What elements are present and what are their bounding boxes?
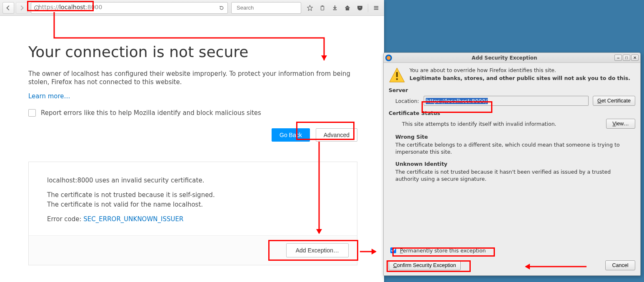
browser-toolbar: https://localhost:8000 — [0, 0, 384, 16]
search-input[interactable] — [236, 4, 307, 11]
window-maximize-button[interactable]: □ — [623, 55, 630, 61]
advanced-panel: localhost:8000 uses an invalid security … — [28, 162, 357, 265]
location-value: https://localhost:8000/ — [426, 98, 488, 104]
wrong-site-heading: Wrong Site — [395, 134, 635, 140]
error-code-link[interactable]: SEC_ERROR_UNKNOWN_ISSUER — [83, 215, 183, 223]
get-certificate-button[interactable]: Get Certificate — [593, 96, 635, 106]
downloads-icon[interactable] — [329, 2, 340, 14]
report-checkbox[interactable] — [28, 109, 36, 117]
back-arrow-icon — [5, 5, 11, 11]
forward-button[interactable] — [16, 2, 27, 14]
clipboard-icon[interactable] — [317, 2, 328, 14]
cert-status-heading: Certificate Status — [389, 110, 635, 116]
adv-line-cert: localhost:8000 uses an invalid security … — [47, 176, 339, 185]
learn-more-link[interactable]: Learn more… — [28, 92, 70, 100]
url-input[interactable] — [41, 4, 216, 12]
page-content: Your connection is not secure The owner … — [2, 16, 382, 282]
bookmark-star-icon[interactable] — [305, 2, 315, 14]
svg-rect-6 — [322, 5, 323, 7]
security-exception-dialog: Add Security Exception ‒ □ ✕ You are abo… — [383, 52, 641, 276]
error-code-label: Error code: — [47, 215, 83, 223]
firefox-icon — [385, 55, 392, 61]
window-close-button[interactable]: ✕ — [631, 55, 639, 61]
dialog-bold-warning: Legitimate banks, stores, and other publ… — [409, 75, 630, 81]
warning-triangle-icon — [389, 67, 405, 83]
cancel-button[interactable]: Cancel — [605, 260, 635, 270]
back-button[interactable] — [2, 2, 14, 14]
toolbar-separator — [368, 4, 368, 12]
location-input[interactable]: https://localhost:8000/ — [424, 96, 589, 106]
wrong-site-text: The certificate belongs to a different s… — [395, 142, 635, 156]
url-bar[interactable] — [31, 2, 228, 14]
add-exception-button[interactable]: Add Exception… — [286, 243, 349, 257]
reload-button[interactable] — [217, 3, 227, 13]
firefox-window: https://localhost:8000 Your connection i… — [0, 0, 384, 282]
dialog-titlebar[interactable]: Add Security Exception ‒ □ ✕ — [384, 53, 640, 63]
location-label: Location: — [395, 98, 419, 104]
forward-arrow-icon — [19, 5, 25, 11]
advanced-button[interactable]: Advanced — [316, 128, 357, 142]
dialog-title: Add Security Exception — [394, 55, 614, 61]
go-back-button[interactable]: Go Back — [272, 128, 310, 142]
svg-rect-11 — [396, 72, 398, 77]
get-cert-rest: et Certificate — [602, 98, 631, 104]
svg-rect-5 — [321, 6, 324, 10]
svg-rect-12 — [396, 78, 398, 80]
svg-rect-8 — [374, 6, 379, 7]
search-bar[interactable] — [231, 2, 301, 14]
confirm-security-exception-button[interactable]: Confirm Security Exception — [389, 260, 461, 270]
home-icon[interactable] — [342, 2, 353, 14]
adv-line-nameinvalid: The certificate is not valid for the nam… — [47, 200, 339, 209]
pocket-icon[interactable] — [354, 2, 365, 14]
unknown-identity-heading: Unknown Identity — [395, 161, 635, 167]
view-button[interactable]: View… — [606, 119, 635, 129]
report-label: Report errors like this to help Mozilla … — [41, 109, 261, 117]
unknown-identity-text: The certificate is not trusted because i… — [395, 169, 635, 183]
window-minimize-button[interactable]: ‒ — [614, 55, 622, 61]
permanently-store-label: PPermanently store this exceptionermanen… — [400, 247, 486, 254]
site-identity-icon[interactable] — [33, 4, 40, 12]
svg-rect-9 — [374, 7, 379, 8]
dialog-intro: You are about to override how Firefox id… — [409, 67, 630, 73]
warning-paragraph: The owner of localhost has configured th… — [28, 70, 356, 87]
page-title: Your connection is not secure — [28, 43, 356, 60]
server-heading: Server — [389, 87, 635, 93]
permanently-store-checkbox[interactable] — [390, 247, 396, 253]
svg-rect-10 — [374, 9, 379, 10]
cert-status-text: This site attempts to identify itself wi… — [402, 121, 557, 127]
adv-line-selfsigned: The certificate is not trusted because i… — [47, 191, 339, 200]
svg-rect-7 — [333, 9, 337, 10]
menu-icon[interactable] — [371, 2, 382, 14]
